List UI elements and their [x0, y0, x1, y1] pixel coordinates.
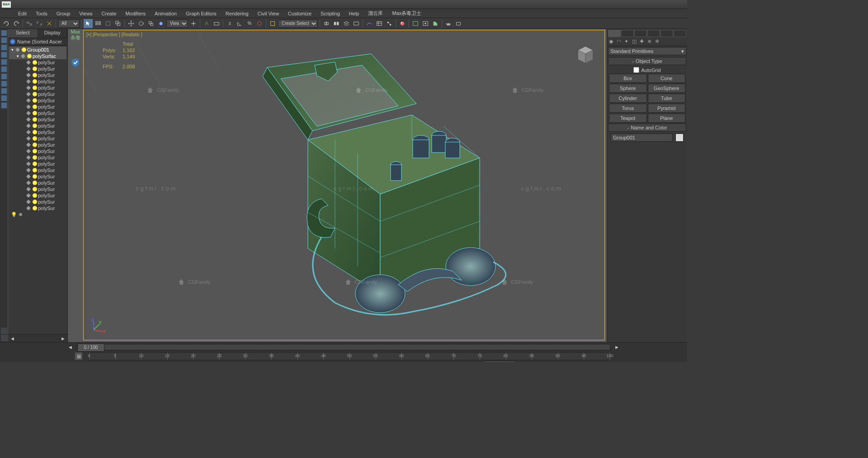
mirror-button[interactable] — [322, 19, 331, 28]
named-sel-dropdown[interactable]: Create Selection Se — [278, 19, 318, 28]
bind-button[interactable] — [45, 19, 54, 28]
link-button[interactable] — [25, 19, 34, 28]
menu-shadu[interactable]: Max杀毒卫士 — [387, 9, 426, 18]
utilities-tab[interactable] — [674, 30, 686, 37]
perspective-viewport[interactable]: [+] [Perspective ] [Realistic ] Total Po… — [83, 30, 605, 340]
placement-button[interactable] — [156, 19, 165, 28]
slider-left-icon[interactable]: ◄ — [68, 344, 73, 350]
tube-button[interactable]: Tube — [648, 94, 686, 103]
menu-help[interactable]: Help — [344, 10, 364, 17]
tree-row[interactable]: polySur — [9, 104, 66, 110]
display-lights-icon[interactable] — [1, 44, 7, 51]
filter-icon[interactable] — [1, 328, 7, 334]
tree-row[interactable]: polySur — [9, 123, 66, 129]
display-tab[interactable]: Display — [38, 29, 68, 38]
display-bones-icon[interactable] — [1, 88, 7, 94]
select-name-button[interactable] — [94, 19, 103, 28]
display-containers-icon[interactable] — [1, 95, 7, 101]
scroll-right-icon[interactable]: ► — [61, 336, 66, 341]
box-button[interactable]: Box — [609, 74, 647, 83]
align-button[interactable] — [332, 19, 341, 28]
menu-edit[interactable]: Edit — [14, 10, 31, 17]
menu-create[interactable]: Create — [97, 10, 121, 17]
render-button[interactable] — [431, 19, 440, 28]
material-editor-button[interactable] — [398, 19, 407, 28]
select-rect-button[interactable] — [104, 19, 113, 28]
tree-row[interactable]: polySur — [9, 97, 66, 104]
spinner-snap-toggle[interactable] — [255, 19, 264, 28]
undo-button[interactable] — [2, 19, 11, 28]
tree-row[interactable]: polySur — [9, 186, 66, 192]
object-type-rollout[interactable]: -Object Type — [608, 57, 686, 65]
scroll-left-icon[interactable]: ◄ — [10, 336, 15, 341]
scene-tree[interactable]: ▾Group001▾polySurfacpolySurpolySurpolySu… — [8, 46, 67, 334]
menu-graph-editors[interactable]: Graph Editors — [181, 10, 221, 17]
window-crossing-button[interactable] — [113, 19, 123, 28]
object-name-input[interactable] — [611, 134, 673, 142]
render-preset-button[interactable] — [454, 19, 463, 28]
pivot-button[interactable] — [189, 19, 198, 28]
name-color-rollout[interactable]: -Name and Color — [608, 124, 686, 132]
cone-button[interactable]: Cone — [648, 74, 686, 83]
render-setup-button[interactable] — [411, 19, 420, 28]
tree-row[interactable]: polySur — [9, 116, 66, 123]
spacewarps-icon[interactable]: ≋ — [647, 38, 654, 45]
layer-button[interactable] — [342, 19, 351, 28]
redo-button[interactable] — [12, 19, 21, 28]
viewport-label[interactable]: [+] [Perspective ] [Realistic ] — [86, 32, 142, 37]
tree-row[interactable]: polySur — [9, 148, 66, 154]
key-filter-selected[interactable]: Selected — [483, 361, 515, 363]
menu-liuyun[interactable]: 溜云库 — [363, 9, 387, 18]
move-button[interactable] — [127, 19, 136, 28]
tree-row[interactable]: polySur — [9, 135, 66, 142]
tree-row[interactable]: polySur — [9, 192, 66, 199]
time-slider-track[interactable]: 0 / 100 — [77, 344, 610, 350]
tree-row[interactable]: polySur — [9, 180, 66, 186]
select-object-button[interactable] — [84, 19, 93, 28]
tree-row[interactable]: polySur — [9, 154, 66, 161]
display-geometry-icon[interactable] — [1, 30, 7, 36]
rotate-button[interactable] — [137, 19, 146, 28]
tree-row[interactable]: polySur — [9, 205, 66, 211]
teapot-button[interactable]: Teapot — [609, 114, 647, 123]
cylinder-button[interactable]: Cylinder — [609, 94, 647, 103]
sphere-button[interactable]: Sphere — [609, 84, 647, 93]
geosphere-button[interactable]: GeoSphere — [648, 84, 686, 93]
teapot-icon[interactable] — [444, 19, 453, 28]
selection-filter-dropdown[interactable]: All — [58, 19, 80, 28]
select-tab[interactable]: Select — [8, 29, 38, 38]
toggle-ribbon-button[interactable] — [352, 19, 361, 28]
autogrid-checkbox[interactable] — [633, 67, 639, 73]
hierarchy-tab[interactable] — [634, 30, 647, 37]
menu-customize[interactable]: Customize — [283, 10, 316, 17]
tree-row[interactable]: polySur — [9, 72, 66, 78]
unlink-button[interactable] — [35, 19, 44, 28]
tree-row[interactable]: ▾Group001 — [9, 47, 66, 53]
name-column-header[interactable]: Name (Sorted Ascer — [8, 38, 67, 46]
cameras-icon[interactable]: ◫ — [632, 38, 638, 45]
menu-views[interactable]: Views — [75, 10, 97, 17]
snap-toggle[interactable]: 3 — [225, 19, 234, 28]
tree-row[interactable]: polySur — [9, 173, 66, 180]
display-spacewarps-icon[interactable] — [1, 66, 7, 72]
time-ruler[interactable]: 0510152025303540455055606570758085909510… — [89, 352, 610, 360]
motion-tab[interactable] — [647, 30, 660, 37]
menu-scripting[interactable]: Scripting — [316, 10, 344, 17]
menu-rendering[interactable]: Rendering — [221, 10, 253, 17]
display-groups-icon[interactable] — [1, 73, 7, 80]
create-tab[interactable] — [608, 30, 621, 37]
tree-row[interactable]: polySur — [9, 91, 66, 97]
schematic-view-button[interactable] — [385, 19, 394, 28]
display-frozen-icon[interactable] — [1, 102, 7, 109]
tree-row[interactable]: polySur — [9, 199, 66, 205]
edit-named-sel-button[interactable] — [268, 19, 277, 28]
menu-modifiers[interactable]: Modifiers — [121, 10, 150, 17]
time-slider-thumb[interactable]: 0 / 100 — [77, 344, 104, 352]
category-dropdown[interactable]: Standard Primitives▾ — [608, 47, 686, 55]
dope-sheet-button[interactable] — [375, 19, 384, 28]
systems-icon[interactable]: ✲ — [655, 38, 661, 45]
color-swatch[interactable] — [675, 134, 684, 142]
menu-tools[interactable]: Tools — [31, 10, 52, 17]
tree-row[interactable]: polySur — [9, 78, 66, 85]
helpers-icon[interactable]: ✚ — [640, 38, 646, 45]
